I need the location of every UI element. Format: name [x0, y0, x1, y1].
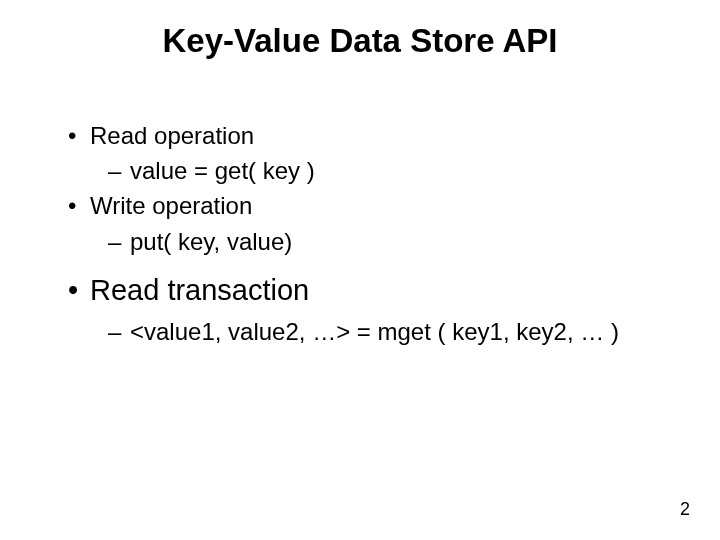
page-number: 2	[680, 499, 690, 520]
bullet-text: Read operation	[90, 122, 254, 149]
subbullet-text: <value1, value2, …> = mget ( key1, key2,…	[130, 318, 619, 345]
subbullet-get: – value = get( key )	[130, 155, 660, 186]
bullet-read-operation: • Read operation	[90, 120, 660, 151]
subbullet-mget: – <value1, value2, …> = mget ( key1, key…	[130, 316, 660, 347]
subbullet-text: value = get( key )	[130, 157, 315, 184]
dash-icon: –	[108, 316, 121, 347]
bullet-read-transaction: • Read transaction	[90, 271, 660, 310]
bullet-dot-icon: •	[68, 271, 78, 310]
slide-title: Key-Value Data Store API	[0, 22, 720, 60]
bullet-text: Write operation	[90, 192, 252, 219]
dash-icon: –	[108, 155, 121, 186]
dash-icon: –	[108, 226, 121, 257]
bullet-dot-icon: •	[68, 120, 76, 151]
bullet-write-operation: • Write operation	[90, 190, 660, 221]
bullet-text: Read transaction	[90, 274, 309, 306]
slide-body: • Read operation – value = get( key ) • …	[60, 120, 660, 347]
bullet-dot-icon: •	[68, 190, 76, 221]
subbullet-put: – put( key, value)	[130, 226, 660, 257]
subbullet-text: put( key, value)	[130, 228, 292, 255]
slide: Key-Value Data Store API • Read operatio…	[0, 0, 720, 540]
